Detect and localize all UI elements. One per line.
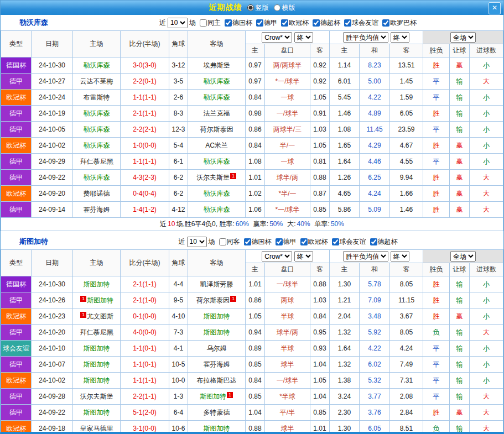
league-checkbox[interactable]	[332, 238, 339, 245]
matches-table: 类型 日期 主场 比分(半场) 角球 客场 Crow* 终 胜平负均值 终	[1, 30, 503, 231]
same-home-checkbox[interactable]	[200, 19, 207, 27]
league-checkbox[interactable]	[382, 19, 389, 27]
ah-away-odds-cell: 0.87	[310, 186, 330, 202]
league-checkbox[interactable]	[244, 238, 251, 245]
league-checkbox[interactable]	[225, 19, 232, 27]
handicap-result-cell: 输	[450, 373, 470, 389]
league-checkbox[interactable]	[313, 19, 320, 27]
team-label: 斯图加特	[87, 296, 113, 304]
eu-home-odds-cell: 6.01	[330, 74, 360, 90]
match-row: 德甲24-09-28沃尔夫斯堡2-2(1-1)1-3斯图加特10.85*半球1.…	[1, 389, 503, 405]
handicap-result-cell: 赢	[450, 186, 470, 202]
col-header-type: 类型	[1, 31, 32, 57]
team-label: 布雷斯特	[84, 93, 110, 101]
league-checkbox[interactable]	[256, 19, 263, 27]
scope-select[interactable]: 全场	[450, 251, 476, 262]
bookmaker-select[interactable]: Crow*	[262, 32, 292, 43]
league-filter-dfb-pokal[interactable]: 德国杯	[225, 18, 252, 28]
team-label: 斯图加特	[84, 409, 110, 416]
team-label: 多特蒙德	[204, 409, 230, 416]
horizontal-radio-input[interactable]	[274, 4, 280, 11]
result-cell: 平	[423, 373, 450, 389]
euro-stage-select[interactable]: 终	[391, 251, 409, 262]
eu-home-odds-cell: 3.24	[330, 389, 360, 405]
scope-select[interactable]: 全场	[450, 32, 476, 43]
league-cell: 德甲	[1, 325, 32, 341]
vertical-radio-input[interactable]	[247, 4, 254, 11]
league-checkbox[interactable]	[344, 19, 351, 27]
euro-odds-select[interactable]: 胜平负均值	[343, 251, 388, 262]
ah-away-odds-cell: 0.92	[310, 74, 330, 90]
layout-radio-vertical[interactable]: 竖版	[247, 3, 269, 13]
league-cell: 德国杯	[1, 276, 32, 292]
score-cell: 1-1(1-1)	[121, 154, 169, 170]
score-cell: 2-2(1-1)	[121, 389, 169, 405]
layout-radio-horizontal[interactable]: 横版	[274, 3, 295, 13]
match-row: 德甲24-09-29拜仁慕尼黑1-1(1-1)6-1勒沃库森1.08一球0.81…	[1, 154, 503, 170]
date-cell: 24-10-19	[32, 106, 73, 122]
handicap-cell: *半/一	[265, 186, 310, 202]
league-filter-supercup[interactable]: 德超杯	[313, 18, 340, 28]
league-filter-bundesliga[interactable]: 德甲	[256, 18, 277, 28]
league-filter-ucl[interactable]: 欧冠杯	[300, 237, 328, 247]
eu-away-odds-cell: 6.05	[390, 106, 423, 122]
summary-row: 近10场,胜6平4负0, 胜率:60%赢率:50%大:40%单率:50%	[1, 218, 503, 231]
league-checkbox[interactable]	[276, 238, 283, 245]
bookmaker-select[interactable]: Crow*	[262, 251, 292, 262]
ah-home-odds-cell: 0.88	[246, 421, 265, 434]
handicap-result-cell: 赢	[450, 202, 470, 218]
match-count-select[interactable]: 10	[187, 237, 207, 247]
score-cell: 1-0(0-0)	[121, 138, 169, 154]
euro-stage-select[interactable]: 终	[391, 32, 409, 43]
match-row: 欧冠杯24-09-20费耶诺德0-4(0-4)6-2勒沃库森1.02*半/一0.…	[1, 186, 503, 202]
home-team-cell: 勒沃库森	[73, 138, 121, 154]
big-rate-value: 40%	[297, 220, 310, 228]
single-rate-value: 50%	[331, 220, 344, 228]
date-cell: 24-10-24	[32, 90, 73, 106]
bookmaker-stage-select[interactable]: 终	[294, 32, 313, 43]
league-checkbox[interactable]	[300, 238, 308, 245]
home-team-cell: 皇家马德里	[73, 421, 121, 434]
team-label: 斯图加特	[84, 344, 110, 352]
league-filter-europa[interactable]: 欧罗巴杯	[382, 18, 417, 28]
league-filter-friendly[interactable]: 球会友谊	[332, 237, 366, 247]
league-checkbox[interactable]	[281, 19, 288, 27]
euro-odds-select[interactable]: 胜平负均值	[343, 32, 388, 43]
same-away-checkbox[interactable]	[219, 238, 226, 245]
match-count-select[interactable]: 10	[168, 18, 188, 28]
league-filter-bundesliga[interactable]: 德甲	[276, 237, 297, 247]
eu-home-odds-cell: 5.86	[330, 202, 360, 218]
away-team-cell: 布拉格斯巴达	[188, 373, 246, 389]
league-filter-supercup[interactable]: 德超杯	[370, 237, 398, 247]
home-team-cell: 布雷斯特	[73, 90, 121, 106]
bookmaker-stage-select[interactable]: 终	[294, 251, 313, 262]
league-filter-dfb-pokal[interactable]: 德国杯	[244, 237, 272, 247]
score-cell: 0-4(0-4)	[121, 186, 169, 202]
close-icon[interactable]: ✕	[489, 2, 501, 14]
eu-home-odds-cell: 1.30	[330, 421, 360, 434]
same-away-filter[interactable]: 同客	[219, 237, 240, 247]
filter-bar: 斯图加特 近 10 场 同客 德国杯 德甲	[1, 234, 503, 249]
result-cell: 胜	[423, 202, 450, 218]
home-team-cell: 费耶诺德	[73, 186, 121, 202]
eu-draw-odds-cell: 8.23	[360, 57, 390, 74]
league-filter-friendly[interactable]: 球会友谊	[344, 18, 378, 28]
handicap-cell: 平/半	[265, 405, 310, 421]
handicap-cell: 一球	[265, 154, 310, 170]
goals-cell: 大	[470, 186, 503, 202]
eu-draw-odds-cell: 11.45	[360, 122, 390, 138]
score-cell: 4-3(2-3)	[121, 170, 169, 186]
window-title: 近期战绩	[209, 3, 242, 13]
goals-cell: 小	[470, 138, 503, 154]
match-row: 德甲24-10-20拜仁慕尼黑4-0(0-0)7-3斯图加特0.94球半/两0.…	[1, 325, 503, 341]
league-filter-ucl[interactable]: 欧冠杯	[281, 18, 309, 28]
league-checkbox[interactable]	[370, 238, 377, 245]
home-team-cell: 1尤文图斯	[73, 308, 121, 325]
date-cell: 24-10-02	[32, 373, 73, 389]
score-cell: 2-1(1-1)	[121, 276, 169, 292]
handicap-result-cell: 输	[450, 122, 470, 138]
home-team-cell: 斯图加特	[73, 341, 121, 357]
home-team-cell: 勒沃库森	[73, 106, 121, 122]
eu-home-odds-cell: 1.64	[330, 341, 360, 357]
same-home-filter[interactable]: 同主	[200, 18, 221, 28]
